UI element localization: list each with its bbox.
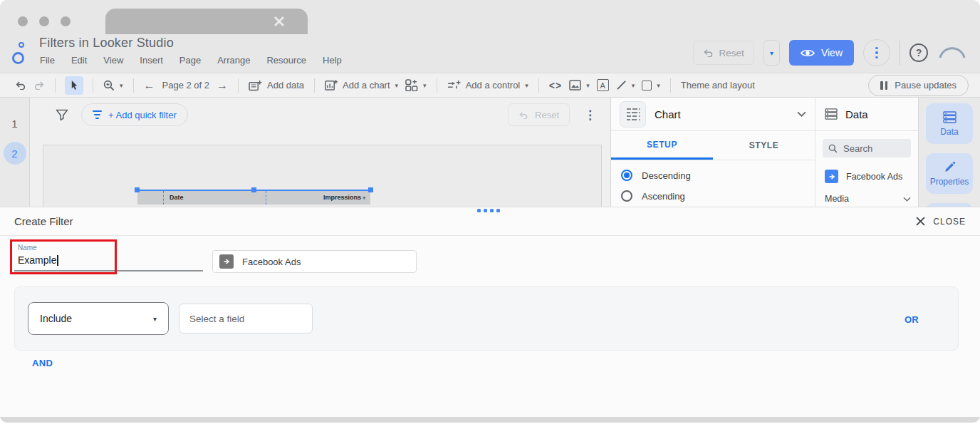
search-icon: [828, 144, 838, 153]
browser-tab[interactable]: [105, 9, 308, 34]
canvas-more-options-icon[interactable]: ⋮: [584, 108, 596, 123]
magnifier-icon: [103, 80, 115, 91]
add-chart-button[interactable]: Add a chart ▾: [325, 79, 398, 91]
canvas-reset-button[interactable]: Reset: [508, 103, 570, 126]
view-button[interactable]: View: [789, 40, 854, 66]
pause-updates-button[interactable]: Pause updates: [868, 75, 969, 96]
window-chrome: [0, 0, 980, 34]
redo-button[interactable]: [33, 81, 45, 90]
name-field-underline: [14, 270, 203, 272]
text-cursor: [57, 255, 58, 266]
line-dropdown-icon[interactable]: ▾: [632, 82, 635, 89]
insert-image-button[interactable]: ▾: [569, 80, 590, 91]
theme-layout-button[interactable]: Theme and layout: [681, 80, 755, 91]
data-group-media[interactable]: Media: [825, 194, 911, 204]
add-chart-dropdown-icon[interactable]: ▾: [395, 82, 399, 89]
tab-close-icon[interactable]: [273, 16, 285, 27]
line-tool-button[interactable]: ▾: [616, 80, 635, 91]
community-viz-icon: [405, 79, 418, 91]
avatar[interactable]: [937, 41, 967, 58]
traffic-lights[interactable]: [18, 16, 71, 26]
app-window: Filters in Looker Studio File Edit View …: [0, 0, 980, 423]
data-panel-header: Data: [815, 98, 918, 131]
chart-panel-tabs: SETUP STYLE: [611, 131, 815, 160]
table-header-date[interactable]: Date: [164, 191, 266, 205]
tab-setup[interactable]: SETUP: [611, 131, 713, 160]
select-tool-button[interactable]: [65, 76, 83, 95]
share-button[interactable]: Share ▾: [763, 40, 780, 66]
cursor-icon: [70, 80, 79, 91]
sort-descending-option[interactable]: Descending: [621, 170, 815, 181]
page-indicator[interactable]: Page 2 of 2: [162, 80, 210, 91]
add-quick-filter-button[interactable]: + Add quick filter: [81, 103, 188, 126]
line-icon: [616, 80, 627, 91]
menu-file[interactable]: File: [40, 55, 55, 66]
operator-select[interactable]: Include ▾: [28, 302, 169, 335]
name-field-value[interactable]: Example: [18, 254, 58, 266]
panel-drag-handle[interactable]: [477, 209, 500, 212]
image-dropdown-icon[interactable]: ▾: [586, 82, 590, 89]
report-canvas: + Add quick filter Reset ⋮ Date: [30, 98, 611, 207]
tab-style[interactable]: STYLE: [713, 131, 815, 160]
selection-handle[interactable]: [251, 187, 256, 192]
close-window-icon[interactable]: [18, 16, 28, 26]
menu-bar: File Edit View Insert Page Arrange Resou…: [40, 55, 342, 66]
chart-panel-header[interactable]: Chart: [611, 98, 815, 131]
add-control-dropdown-icon[interactable]: ▾: [525, 82, 528, 89]
add-control-button[interactable]: Add a control ▾: [447, 80, 528, 91]
page-2-item-current[interactable]: 2: [4, 142, 26, 165]
share-dropdown-icon[interactable]: ▾: [764, 49, 779, 57]
filter-data-source[interactable]: Facebook Ads: [212, 250, 417, 273]
chart-properties-panel: Chart SETUP STYLE Descending Ascending: [611, 98, 815, 207]
field-select[interactable]: Select a field: [179, 304, 313, 333]
shape-dropdown-icon[interactable]: ▾: [657, 82, 660, 89]
report-title[interactable]: Filters in Looker Studio: [39, 36, 174, 51]
selection-handle[interactable]: [368, 187, 373, 192]
filter-name-field[interactable]: Name Example: [18, 244, 58, 266]
undo-button[interactable]: [15, 81, 26, 90]
menu-view[interactable]: View: [103, 55, 123, 66]
menu-resource[interactable]: Resource: [266, 55, 306, 66]
close-icon: [916, 217, 925, 226]
close-filter-button[interactable]: CLOSE: [916, 217, 966, 227]
text-tool-button[interactable]: A: [597, 79, 609, 91]
table-chart-selected[interactable]: Date Impressions ▾: [137, 190, 370, 205]
table-header-impressions[interactable]: Impressions ▾: [266, 191, 370, 205]
zoom-dropdown-icon[interactable]: ▾: [120, 82, 123, 89]
and-button[interactable]: AND: [32, 358, 53, 368]
add-data-button[interactable]: Add data: [249, 80, 304, 91]
page-1-item[interactable]: 1: [11, 118, 17, 130]
shape-tool-button[interactable]: ▾: [642, 81, 660, 91]
selection-handle[interactable]: [135, 187, 140, 192]
data-source-item[interactable]: Facebook Ads: [825, 170, 911, 183]
filter-funnel-icon[interactable]: [56, 109, 68, 121]
report-page[interactable]: Date Impressions ▾: [43, 145, 602, 207]
sort-options: Descending Ascending: [611, 160, 815, 202]
community-viz-dropdown-icon[interactable]: ▾: [423, 82, 427, 89]
sort-ascending-option[interactable]: Ascending: [621, 190, 815, 202]
undo-icon: [518, 111, 528, 119]
more-options-button[interactable]: [863, 39, 890, 66]
pause-icon: [880, 81, 887, 90]
prev-page-button[interactable]: ←: [144, 79, 155, 92]
or-button[interactable]: OR: [905, 314, 919, 325]
community-viz-button[interactable]: ▾: [405, 79, 427, 91]
menu-edit[interactable]: Edit: [71, 55, 87, 66]
help-button[interactable]: ?: [909, 43, 928, 62]
next-page-button[interactable]: →: [217, 79, 228, 92]
menu-insert[interactable]: Insert: [140, 55, 163, 66]
zoom-tool-button[interactable]: ▾: [103, 80, 123, 91]
minimize-window-icon[interactable]: [39, 16, 49, 26]
menu-arrange[interactable]: Arrange: [217, 55, 250, 66]
rail-data-button[interactable]: Data: [926, 103, 973, 144]
reset-button[interactable]: Reset: [693, 41, 754, 65]
chevron-down-icon[interactable]: [797, 111, 806, 117]
menu-help[interactable]: Help: [323, 55, 342, 66]
menu-page[interactable]: Page: [179, 55, 201, 66]
data-search-box[interactable]: Search: [823, 139, 911, 157]
header-divider: [900, 41, 900, 65]
maximize-window-icon[interactable]: [61, 16, 71, 26]
embed-url-button[interactable]: <>: [549, 80, 562, 91]
rail-properties-button[interactable]: Properties: [926, 153, 973, 194]
filter-panel-body: Name Example Facebook Ads Include ▾ Sele…: [0, 236, 980, 417]
